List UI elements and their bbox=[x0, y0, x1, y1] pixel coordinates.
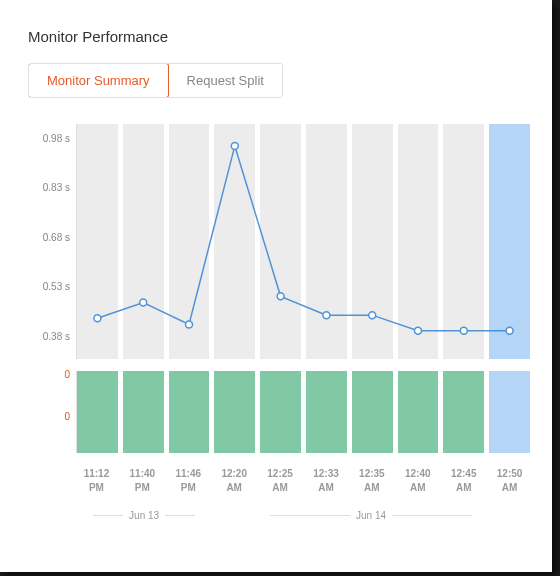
tab-monitor-summary[interactable]: Monitor Summary bbox=[28, 63, 169, 98]
day-divider bbox=[93, 515, 123, 516]
bar-chart: 0 0 bbox=[30, 371, 530, 453]
y-tick: 0.98 s bbox=[43, 133, 70, 144]
bar-column[interactable] bbox=[306, 371, 347, 453]
bar-fill bbox=[352, 371, 393, 453]
tab-request-split[interactable]: Request Split bbox=[168, 64, 282, 97]
x-tick: 12:50AM bbox=[489, 467, 530, 494]
chart-column[interactable] bbox=[169, 124, 210, 359]
panel-title: Monitor Performance bbox=[28, 28, 534, 45]
chart-area: 0.98 s 0.83 s 0.68 s 0.53 s 0.38 s 0 0 1… bbox=[30, 124, 530, 521]
tab-group: Monitor Summary Request Split bbox=[28, 63, 283, 98]
bar-column[interactable] bbox=[169, 371, 210, 453]
y-tick: 0.68 s bbox=[43, 231, 70, 242]
chart-column[interactable] bbox=[398, 124, 439, 359]
day-divider bbox=[392, 515, 472, 516]
bar-y-axis: 0 0 bbox=[30, 371, 76, 453]
bar-column[interactable] bbox=[443, 371, 484, 453]
bar-column[interactable] bbox=[489, 371, 530, 453]
y-tick: 0.83 s bbox=[43, 182, 70, 193]
y-tick: 0.38 s bbox=[43, 330, 70, 341]
x-tick: 11:12PM bbox=[76, 467, 117, 494]
day-markers: Jun 13 Jun 14 bbox=[76, 510, 530, 521]
bar-fill bbox=[214, 371, 255, 453]
x-axis: 11:12PM11:40PM11:46PM12:20AM12:25AM12:33… bbox=[76, 467, 530, 494]
y-tick: 0 bbox=[64, 411, 70, 422]
x-tick: 12:25AM bbox=[260, 467, 301, 494]
x-tick: 12:45AM bbox=[443, 467, 484, 494]
line-chart: 0.98 s 0.83 s 0.68 s 0.53 s 0.38 s bbox=[30, 124, 530, 359]
bar-fill bbox=[260, 371, 301, 453]
x-tick: 12:33AM bbox=[306, 467, 347, 494]
bar-fill bbox=[77, 371, 118, 453]
bar-column[interactable] bbox=[214, 371, 255, 453]
line-plot-area[interactable] bbox=[76, 124, 530, 359]
chart-column[interactable] bbox=[77, 124, 118, 359]
chart-column[interactable] bbox=[123, 124, 164, 359]
performance-panel: Monitor Performance Monitor Summary Requ… bbox=[0, 0, 552, 572]
y-tick: 0.53 s bbox=[43, 281, 70, 292]
y-tick: 0 bbox=[64, 369, 70, 380]
x-tick: 12:35AM bbox=[351, 467, 392, 494]
x-tick: 12:20AM bbox=[214, 467, 255, 494]
bar-column[interactable] bbox=[77, 371, 118, 453]
bar-column[interactable] bbox=[260, 371, 301, 453]
chart-column[interactable] bbox=[214, 124, 255, 359]
bar-fill bbox=[123, 371, 164, 453]
bar-fill bbox=[169, 371, 210, 453]
chart-column[interactable] bbox=[306, 124, 347, 359]
bar-fill bbox=[398, 371, 439, 453]
day-divider bbox=[270, 515, 350, 516]
bar-column[interactable] bbox=[398, 371, 439, 453]
bar-column[interactable] bbox=[123, 371, 164, 453]
chart-column[interactable] bbox=[489, 124, 530, 359]
bar-plot-area[interactable] bbox=[76, 371, 530, 453]
bar-fill bbox=[306, 371, 347, 453]
chart-column[interactable] bbox=[443, 124, 484, 359]
x-tick: 11:40PM bbox=[122, 467, 163, 494]
day-label: Jun 14 bbox=[356, 510, 386, 521]
bar-fill bbox=[443, 371, 484, 453]
chart-column[interactable] bbox=[352, 124, 393, 359]
chart-column[interactable] bbox=[260, 124, 301, 359]
line-y-axis: 0.98 s 0.83 s 0.68 s 0.53 s 0.38 s bbox=[30, 124, 76, 359]
x-tick: 12:40AM bbox=[397, 467, 438, 494]
day-divider bbox=[165, 515, 195, 516]
x-tick: 11:46PM bbox=[168, 467, 209, 494]
bar-column[interactable] bbox=[352, 371, 393, 453]
day-label: Jun 13 bbox=[129, 510, 159, 521]
